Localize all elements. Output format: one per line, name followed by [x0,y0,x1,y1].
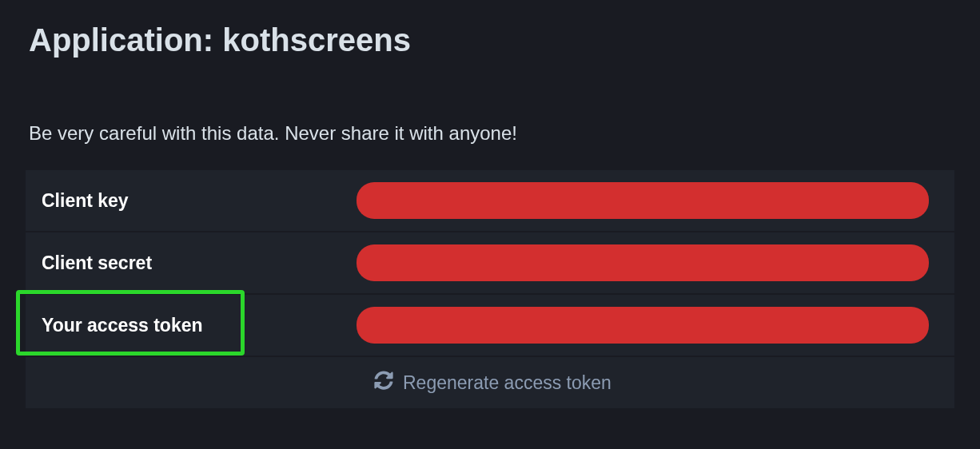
client-secret-label: Client secret [26,252,357,274]
regenerate-row: Regenerate access token [26,357,954,408]
redacted-block [357,182,929,219]
redacted-block [357,244,929,281]
page-title: Application: kothscreens [0,0,980,65]
credentials-table: Client key Client secret Your access tok… [26,170,954,408]
redacted-block [357,307,929,344]
client-key-label: Client key [26,190,357,212]
refresh-icon [374,371,393,395]
regenerate-token-label: Regenerate access token [403,372,612,394]
client-key-value [357,182,954,219]
access-token-label: Your access token [26,315,357,336]
table-row-client-secret: Client secret [26,232,954,293]
client-secret-value [357,244,954,281]
access-token-value [357,307,954,344]
regenerate-token-link[interactable]: Regenerate access token [357,371,612,395]
table-row-access-token: Your access token [26,295,954,356]
table-row-client-key: Client key [26,170,954,231]
warning-text: Be very careful with this data. Never sh… [0,65,980,170]
